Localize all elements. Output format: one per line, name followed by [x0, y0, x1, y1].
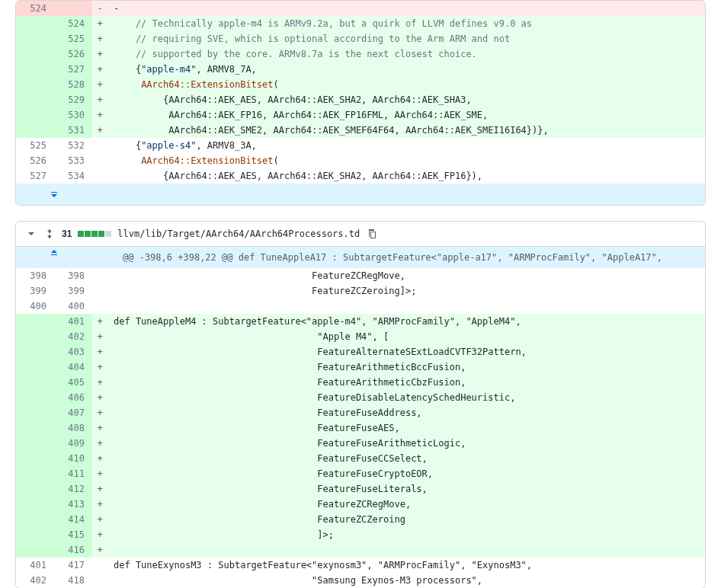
new-line-number[interactable]: 408: [54, 420, 92, 436]
diff-line: 411+ FeatureFuseCryptoEOR,: [16, 466, 705, 481]
diff-marker: +: [92, 542, 107, 558]
new-line-number[interactable]: 525: [54, 31, 92, 46]
diff-line: 402418 "Samsung Exynos-M3 processors",: [16, 573, 705, 588]
old-line-number[interactable]: 527: [16, 168, 54, 184]
new-line-number[interactable]: 413: [54, 497, 92, 512]
new-line-number[interactable]: 418: [54, 573, 92, 588]
new-line-number[interactable]: 411: [54, 466, 92, 481]
old-line-number[interactable]: [16, 123, 54, 138]
diff-marker: +: [92, 77, 107, 92]
new-line-number[interactable]: 405: [54, 375, 92, 390]
new-line-number[interactable]: 414: [54, 512, 92, 527]
code-content: {"apple-m4", ARMV8_7A,: [107, 62, 705, 77]
old-line-number[interactable]: [16, 497, 54, 512]
old-line-number[interactable]: [16, 329, 54, 344]
diff-marker: [92, 283, 107, 299]
old-line-number[interactable]: 400: [16, 299, 54, 314]
old-line-number[interactable]: [16, 527, 54, 542]
new-line-number[interactable]: 399: [54, 283, 92, 299]
old-line-number[interactable]: [16, 46, 54, 62]
diff-line: 524+ // Technically apple-m4 is ARMv9.2a…: [16, 16, 705, 31]
diff-marker: +: [92, 329, 107, 344]
old-line-number[interactable]: [16, 542, 54, 558]
old-line-number[interactable]: 398: [16, 268, 54, 283]
old-line-number[interactable]: [16, 107, 54, 123]
old-line-number[interactable]: [16, 77, 54, 92]
new-line-number[interactable]: [54, 1, 92, 16]
old-line-number[interactable]: [16, 31, 54, 46]
diff-line: 407+ FeatureFuseAddress,: [16, 405, 705, 420]
old-line-number[interactable]: [16, 451, 54, 466]
old-line-number[interactable]: [16, 512, 54, 527]
old-line-number[interactable]: [16, 420, 54, 436]
new-line-number[interactable]: 409: [54, 436, 92, 451]
old-line-number[interactable]: 524: [16, 1, 54, 16]
new-line-number[interactable]: 417: [54, 558, 92, 573]
expand-all-icon[interactable]: [43, 228, 56, 240]
new-line-number[interactable]: 534: [54, 168, 92, 184]
code-content: FeatureZCZeroing: [107, 512, 705, 527]
diff-line: 415+ ]>;: [16, 527, 705, 542]
old-line-number[interactable]: [16, 405, 54, 420]
old-line-number[interactable]: [16, 436, 54, 451]
new-line-number[interactable]: 412: [54, 481, 92, 497]
diff-line: 524--: [16, 1, 705, 16]
old-line-number[interactable]: 399: [16, 283, 54, 299]
new-line-number[interactable]: 529: [54, 92, 92, 107]
new-line-number[interactable]: 401: [54, 314, 92, 329]
diff-marker: +: [92, 62, 107, 77]
old-line-number[interactable]: [16, 481, 54, 497]
new-line-number[interactable]: 532: [54, 138, 92, 153]
diff-line: 527534 {AArch64::AEK_AES, AArch64::AEK_S…: [16, 168, 705, 184]
diff-marker: [92, 573, 107, 588]
old-line-number[interactable]: [16, 466, 54, 481]
old-line-number[interactable]: [16, 390, 54, 405]
diff-marker: [92, 138, 107, 153]
chevron-down-icon[interactable]: [25, 228, 37, 240]
new-line-number[interactable]: 528: [54, 77, 92, 92]
new-line-number[interactable]: 526: [54, 46, 92, 62]
new-line-number[interactable]: 403: [54, 344, 92, 360]
old-line-number[interactable]: [16, 92, 54, 107]
new-line-number[interactable]: 404: [54, 360, 92, 375]
old-line-number[interactable]: 402: [16, 573, 54, 588]
new-line-number[interactable]: 402: [54, 329, 92, 344]
old-line-number[interactable]: [16, 314, 54, 329]
new-line-number[interactable]: 400: [54, 299, 92, 314]
old-line-number[interactable]: [16, 360, 54, 375]
code-content: {"apple-s4", ARMV8_3A,: [107, 138, 705, 153]
old-line-number[interactable]: 401: [16, 558, 54, 573]
old-line-number[interactable]: [16, 62, 54, 77]
new-line-number[interactable]: 415: [54, 527, 92, 542]
new-line-number[interactable]: 524: [54, 16, 92, 31]
new-line-number[interactable]: 533: [54, 153, 92, 168]
new-line-number[interactable]: 410: [54, 451, 92, 466]
diff-marker: [92, 558, 107, 573]
expand-up-icon[interactable]: [16, 247, 92, 259]
new-line-number[interactable]: 531: [54, 123, 92, 138]
diff-line: 408+ FeatureFuseAES,: [16, 420, 705, 436]
old-line-number[interactable]: 526: [16, 153, 54, 168]
new-line-number[interactable]: 416: [54, 542, 92, 558]
new-line-number[interactable]: 530: [54, 107, 92, 123]
old-line-number[interactable]: [16, 375, 54, 390]
code-content: AArch64::AEK_SME2, AArch64::AEK_SMEF64F6…: [107, 123, 705, 138]
file-path[interactable]: llvm/lib/Target/AArch64/AArch64Processor…: [117, 228, 360, 239]
expand-down-icon[interactable]: [16, 184, 92, 205]
code-content: FeatureZCRegMove,: [107, 268, 705, 283]
old-line-number[interactable]: [16, 344, 54, 360]
hunk-text: @@ -398,6 +398,22 @@ def TuneAppleA17 : …: [92, 247, 705, 268]
copy-icon[interactable]: [366, 228, 378, 240]
old-line-number[interactable]: [16, 16, 54, 31]
line-count: 31: [62, 228, 72, 239]
code-content: FeatureFuseAES,: [107, 420, 705, 436]
new-line-number[interactable]: 527: [54, 62, 92, 77]
new-line-number[interactable]: 398: [54, 268, 92, 283]
code-content: def TuneExynosM3 : SubtargetFeature<"exy…: [107, 558, 705, 573]
old-line-number[interactable]: 525: [16, 138, 54, 153]
new-line-number[interactable]: 406: [54, 390, 92, 405]
new-line-number[interactable]: 407: [54, 405, 92, 420]
code-content: [107, 542, 705, 558]
diff-line: 525+ // requiring SVE, which is optional…: [16, 31, 705, 46]
diff-line: 413+ FeatureZCRegMove,: [16, 497, 705, 512]
